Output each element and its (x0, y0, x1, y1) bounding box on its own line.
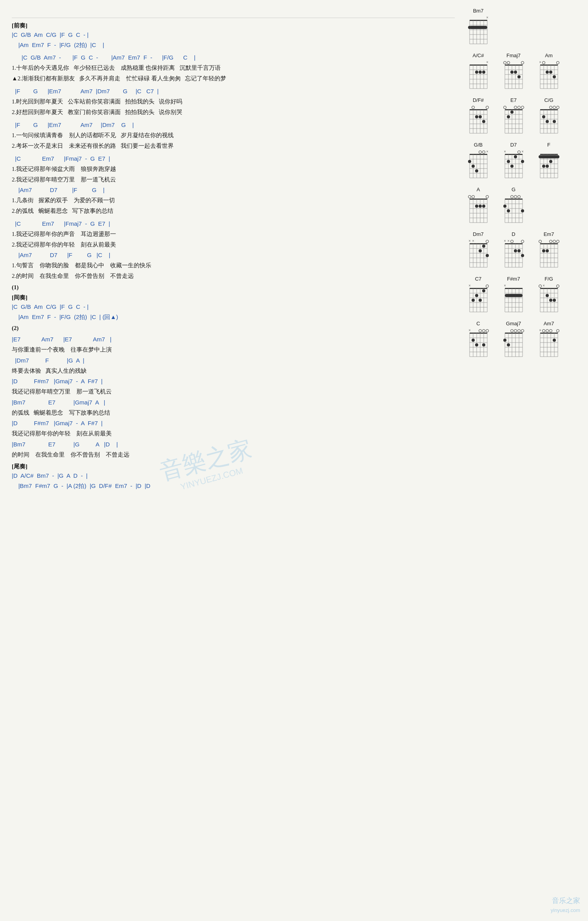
svg-point-323 (553, 299, 556, 302)
svg-point-362 (514, 330, 517, 332)
chord-name: A (477, 187, 480, 192)
lyric-line: 1.十年后的今天遇见你 年少轻狂已远去 成熟稳重 也保持距离 沉默里千言万语 (12, 63, 455, 73)
chord-diagrams: Bm7×A/C#×Fmaj7Am×D/F#E7C/GG/B×D7××FAGDm7… (463, 8, 576, 359)
chord-name: Em7 (544, 231, 554, 237)
chord-line: |F G |Em7 Am7 |Dm7 G |C C7 | (12, 87, 455, 96)
svg-point-136 (468, 160, 471, 163)
svg-point-123 (549, 106, 552, 109)
svg-text:×: × (543, 283, 545, 288)
svg-point-339 (472, 339, 475, 342)
chord-row: D/F#E7C/G (463, 97, 576, 136)
svg-point-322 (549, 299, 552, 302)
svg-text:×: × (539, 60, 541, 64)
svg-point-200 (468, 196, 471, 198)
svg-point-376 (553, 339, 556, 342)
svg-text:×: × (472, 239, 474, 243)
lyric-line: 1.我还记得那年你的声音 耳边迥盪那一 (12, 229, 455, 239)
svg-text:×: × (504, 283, 506, 288)
svg-point-154 (514, 155, 517, 158)
svg-point-345 (479, 330, 481, 332)
svg-point-213 (503, 205, 506, 208)
lyric-line: 终要去体验 真实人生的残缺 (12, 366, 455, 376)
svg-point-199 (472, 196, 474, 198)
chord-name: G/B (474, 142, 483, 148)
svg-point-378 (556, 330, 559, 332)
chord-diagram-Dm7: Dm7×× (463, 231, 494, 270)
section-interlude_label: (1) (12, 284, 455, 291)
svg-point-196 (479, 205, 482, 208)
svg-point-287 (475, 294, 478, 297)
lyric-line: 我还记得那年晴空万里 那一道飞机云 (12, 387, 455, 397)
chord-name: F/G (544, 276, 553, 282)
chord-svg (536, 104, 562, 136)
svg-point-231 (482, 245, 485, 248)
svg-text:×: × (521, 149, 524, 154)
lyric-line: 2.的时间 在我生命里 你不曾告别 不曾走远 (12, 271, 455, 281)
svg-text:×: × (468, 328, 471, 332)
divider (12, 18, 455, 18)
svg-point-121 (556, 106, 559, 109)
chord-svg (501, 194, 526, 225)
chord-line: |Am7 D7 |F G | (12, 185, 455, 195)
svg-point-175 (542, 155, 545, 158)
lyric-line: 1.句誓言 你吻我的脸 都是我心中 收藏一生的快乐 (12, 261, 455, 271)
svg-text:×: × (486, 60, 488, 64)
svg-point-198 (486, 196, 488, 198)
svg-point-105 (503, 106, 506, 109)
section-verse1: |C G/B Am7 - |F G C - |Am7 Em7 F - |F/G … (12, 53, 455, 83)
chord-line: |Am7 D7 |F G |C | (12, 250, 455, 260)
chord-diagram-Fmaj7: Fmaj7 (498, 53, 529, 91)
svg-text:×: × (504, 239, 506, 243)
chord-line: |Bm7 F#m7 G - |A (2拍) |G D/F# Em7 - |D |… (12, 481, 455, 491)
chord-line: |C Em7 |Fmaj7 - G E7 | (12, 219, 455, 228)
chord-diagram-Bm7: Bm7× (463, 8, 494, 46)
svg-point-178 (553, 155, 556, 158)
lyric-line: 2.考坏一次不是末日 未来还有很长的路 我们要一起去看世界 (12, 141, 455, 151)
svg-point-381 (542, 330, 545, 332)
svg-point-251 (521, 254, 524, 257)
svg-point-156 (507, 160, 510, 163)
chord-row: C7×F#m7×F/G× (463, 276, 576, 314)
chord-diagram-Am7: Am7× (533, 321, 564, 359)
section-verse3: |F G |Em7 Am7 |Dm7 G |1.一句问候填满青春 别人的话都听不… (12, 120, 455, 151)
svg-point-70 (542, 62, 545, 64)
svg-text:×: × (504, 149, 506, 154)
svg-point-179 (556, 155, 559, 158)
chord-diagram-C: C× (463, 321, 494, 359)
chord-svg: ×× (466, 238, 491, 270)
chord-line: |Bm7 E7 |G A |D | (12, 440, 455, 449)
svg-point-47 (510, 71, 514, 74)
svg-point-289 (479, 299, 482, 302)
svg-point-326 (539, 285, 541, 288)
svg-point-157 (510, 165, 514, 168)
svg-point-69 (556, 62, 559, 64)
chord-diagram-CG: C/G (533, 97, 564, 136)
section-outro: [尾奏]|D A/C# Bm7 - |G A D - | |Bm7 F#m7 G… (12, 463, 455, 491)
section-chorus1: |C Em7 |Fmaj7 - G E7 |1.我还记得那年倾盆大雨 狼狈奔跑穿… (12, 154, 455, 216)
chord-diagram-E7: E7 (498, 97, 529, 136)
section-label: (2) (12, 325, 455, 332)
svg-point-51 (507, 62, 510, 64)
chord-diagram-F: F (533, 142, 564, 180)
svg-point-358 (503, 339, 506, 342)
svg-text:×: × (468, 283, 471, 288)
svg-point-197 (482, 205, 485, 208)
svg-point-177 (549, 155, 552, 158)
lyric-line: 的时间 在我生命里 你不曾告别 不曾走远 (12, 450, 455, 460)
svg-point-100 (510, 111, 514, 114)
svg-point-359 (507, 343, 510, 346)
lyric-line: 2.好想回到那年夏天 教室门前你笑容满面 拍拍我的头 说你别哭 (12, 107, 455, 118)
chord-svg: × (501, 283, 526, 314)
svg-point-216 (517, 196, 520, 198)
left-content: [前奏]|C G/B Am C/G |F G C - | |Am Em7 F -… (12, 8, 463, 494)
svg-point-341 (482, 343, 485, 346)
chord-svg: × (466, 15, 491, 46)
svg-point-344 (482, 330, 485, 332)
chord-diagram-DF: D/F# (463, 97, 494, 136)
svg-point-86 (486, 106, 488, 109)
chord-name: Bm7 (473, 8, 484, 14)
svg-text:×: × (507, 239, 510, 243)
chord-svg (501, 328, 526, 359)
chord-diagram-Em7: Em7 (533, 231, 564, 270)
svg-point-103 (517, 106, 520, 109)
